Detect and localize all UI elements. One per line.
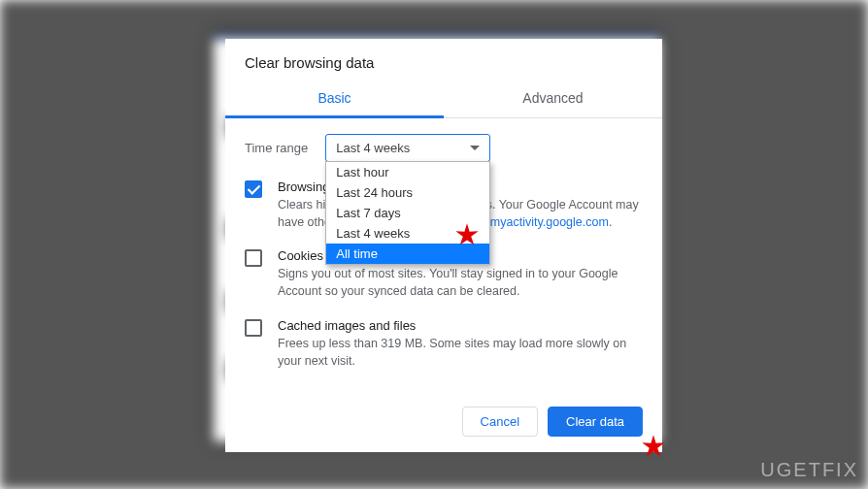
dialog-body: Time range Last 4 weeks Last hour Last 2… — [225, 118, 662, 395]
checkbox-cookies[interactable] — [245, 249, 262, 267]
dialog-title: Clear browsing data — [225, 39, 662, 81]
dropdown-option-last-7-days[interactable]: Last 7 days — [326, 203, 489, 223]
option-desc: Frees up less than 319 MB. Some sites ma… — [278, 335, 643, 370]
myactivity-link[interactable]: myactivity.google.com — [490, 215, 609, 229]
dropdown-option-all-time[interactable]: All time — [326, 244, 489, 264]
option-desc: Signs you out of most sites. You'll stay… — [278, 265, 643, 300]
clear-browsing-data-dialog: Clear browsing data Basic Advanced Time … — [225, 39, 662, 452]
option-cached: Cached images and files Frees up less th… — [245, 318, 643, 370]
time-range-label: Time range — [245, 141, 308, 155]
tab-advanced[interactable]: Advanced — [444, 81, 662, 117]
checkbox-cached[interactable] — [245, 319, 262, 337]
dropdown-option-last-4-weeks[interactable]: Last 4 weeks — [326, 223, 489, 244]
watermark: UGETFIX — [760, 459, 858, 481]
clear-data-button[interactable]: Clear data — [548, 407, 643, 437]
tabs: Basic Advanced — [225, 81, 662, 118]
dropdown-option-last-24-hours[interactable]: Last 24 hours — [326, 182, 489, 203]
cancel-button[interactable]: Cancel — [462, 407, 538, 437]
time-range-row: Time range Last 4 weeks Last hour Last 2… — [245, 134, 643, 162]
dropdown-option-last-hour[interactable]: Last hour — [326, 162, 489, 182]
time-range-value: Last 4 weeks — [336, 141, 410, 155]
checkbox-browsing-history[interactable] — [245, 180, 262, 198]
tab-basic[interactable]: Basic — [225, 81, 444, 117]
option-title: Cached images and files — [278, 318, 643, 333]
time-range-select[interactable]: Last 4 weeks Last hour Last 24 hours Las… — [325, 134, 490, 162]
dialog-footer: Cancel Clear data — [225, 395, 662, 452]
chevron-down-icon — [470, 146, 480, 150]
time-range-dropdown: Last hour Last 24 hours Last 7 days Last… — [325, 161, 490, 265]
